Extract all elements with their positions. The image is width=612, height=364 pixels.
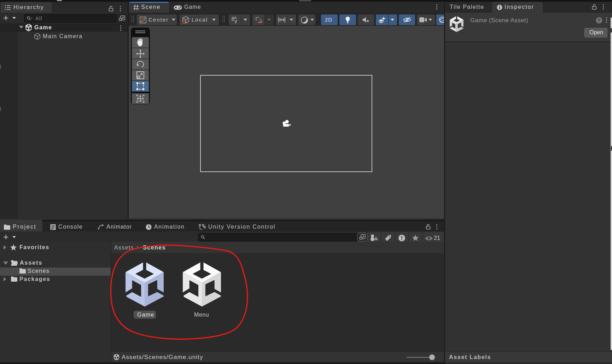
svg-text:Y: Y [234, 20, 237, 23]
svg-text:?: ? [598, 18, 601, 23]
